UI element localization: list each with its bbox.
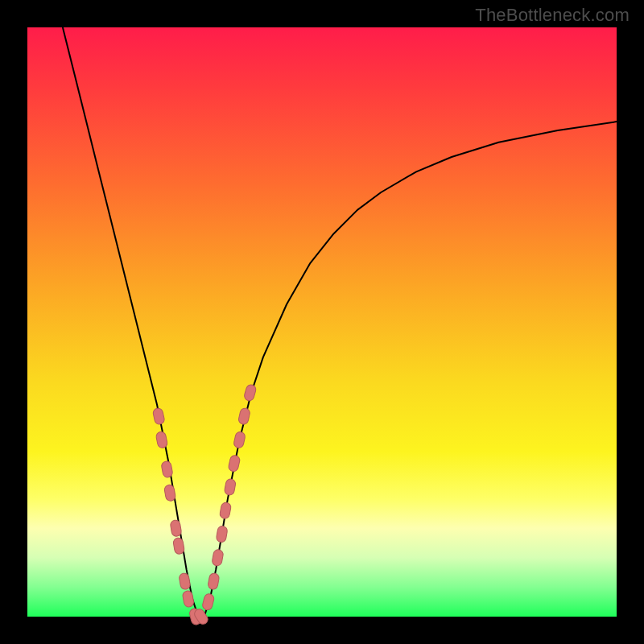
curve-marker	[228, 455, 241, 473]
curve-marker	[201, 593, 214, 611]
curve-marker	[219, 502, 231, 519]
curve-marker	[233, 431, 246, 448]
curve-layer	[27, 27, 617, 617]
bottleneck-curve	[63, 27, 617, 617]
curve-marker	[155, 431, 168, 448]
curve-marker	[243, 384, 257, 402]
watermark-text: TheBottleneck.com	[475, 5, 630, 26]
curve-marker	[182, 590, 194, 608]
curve-marker	[161, 460, 173, 478]
marker-group	[152, 384, 257, 626]
curve-marker	[208, 572, 220, 590]
curve-marker	[212, 549, 224, 567]
curve-marker	[224, 478, 236, 496]
curve-marker	[173, 537, 185, 555]
curve-marker	[179, 572, 191, 590]
curve-marker	[163, 484, 175, 502]
curve-marker	[170, 519, 182, 537]
plot-area	[27, 27, 617, 617]
curve-marker	[152, 407, 165, 425]
chart-frame: TheBottleneck.com	[0, 0, 644, 644]
curve-marker	[237, 407, 250, 425]
curve-marker	[216, 526, 228, 543]
